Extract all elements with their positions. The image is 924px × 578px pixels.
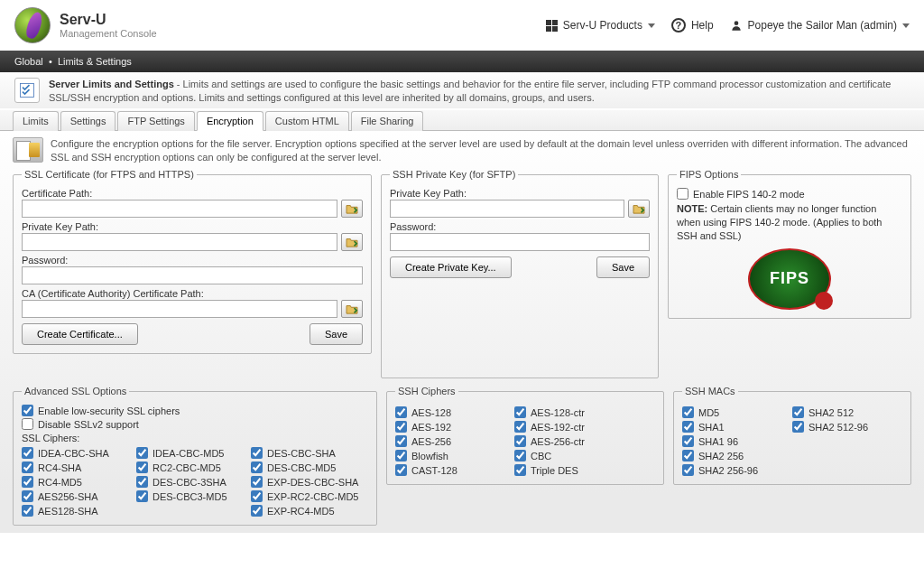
breadcrumb-page: Limits & Settings [58, 56, 132, 67]
cipher-checkbox[interactable]: Triple DES [514, 464, 623, 476]
cipher-checkbox[interactable]: DES-CBC-MD5 [251, 461, 368, 473]
tab-file-sharing[interactable]: File Sharing [351, 111, 424, 131]
cipher-checkbox[interactable]: AES-128 [395, 406, 504, 418]
cipher-checkbox[interactable]: EXP-DES-CBC-SHA [251, 476, 368, 488]
ssh-key-path-input[interactable] [390, 200, 624, 218]
cipher-checkbox[interactable]: AES-192-ctr [514, 421, 623, 433]
cipher-checkbox[interactable]: AES-256-ctr [514, 435, 623, 447]
ssl-password-input[interactable] [22, 266, 363, 284]
cipher-checkbox[interactable]: EXP-RC2-CBC-MD5 [251, 490, 368, 502]
user-label: Popeye the Sailor Man (admin) [748, 19, 897, 32]
tab-ftp-settings[interactable]: FTP Settings [117, 111, 194, 131]
ssl-key-path-label: Private Key Path: [22, 221, 363, 232]
browse-ssh-key-button[interactable] [628, 200, 650, 218]
browse-ca-button[interactable] [341, 300, 363, 318]
app-subtitle: Management Console [60, 28, 157, 39]
cipher-checkbox[interactable]: EXP-RC4-MD5 [251, 505, 368, 517]
encryption-description: Configure the encryption options for the… [51, 137, 911, 164]
cipher-checkbox[interactable]: SHA2 256 [682, 450, 781, 461]
create-private-key-button[interactable]: Create Private Key... [390, 256, 512, 278]
help-link[interactable]: ? Help [671, 18, 714, 33]
cipher-checkbox[interactable]: RC2-CBC-MD5 [136, 461, 240, 473]
ssh-password-label: Password: [390, 221, 650, 232]
breadcrumb: Global • Limits & Settings [0, 51, 924, 72]
section-icon [14, 78, 40, 103]
cipher-checkbox[interactable]: RC4-SHA [22, 461, 125, 473]
caret-down-icon [902, 23, 910, 28]
products-label: Serv-U Products [563, 19, 642, 32]
cipher-checkbox[interactable]: MD5 [682, 406, 781, 418]
tab-limits[interactable]: Limits [13, 111, 59, 131]
cipher-checkbox[interactable]: AES128-SHA [22, 505, 125, 517]
ca-path-input[interactable] [22, 300, 337, 318]
svg-rect-1 [21, 84, 34, 98]
ssl-password-label: Password: [22, 255, 363, 266]
cipher-checkbox[interactable]: Blowfish [395, 450, 504, 461]
cert-path-label: Certificate Path: [22, 188, 363, 199]
ssh-macs-panel: SSH MACs MD5SHA1SHA1 96SHA2 256SHA2 256-… [673, 386, 911, 485]
cipher-checkbox[interactable]: DES-CBC-SHA [251, 447, 368, 459]
cipher-checkbox[interactable]: SHA2 256-96 [682, 464, 781, 476]
fips-badge-icon: FIPS [748, 248, 831, 310]
user-menu[interactable]: Popeye the Sailor Man (admin) [730, 19, 910, 32]
tabs: Limits Settings FTP Settings Encryption … [0, 110, 924, 131]
fips-options-panel: FIPS Options Enable FIPS 140-2 mode NOTE… [668, 169, 911, 319]
enable-low-security-checkbox[interactable]: Enable low-security SSL ciphers [22, 405, 368, 416]
browse-ssl-key-button[interactable] [341, 233, 363, 251]
help-label: Help [691, 19, 714, 32]
fips-note: NOTE: Certain clients may no longer func… [677, 202, 902, 243]
ssl-key-path-input[interactable] [22, 233, 337, 251]
app-title: Serv-U [60, 12, 157, 28]
ssh-ciphers-panel: SSH Ciphers AES-128AES-192AES-256Blowfis… [386, 386, 664, 485]
cipher-checkbox[interactable]: SHA2 512-96 [792, 421, 892, 433]
cipher-checkbox[interactable]: AES-256 [395, 435, 504, 447]
ssl-certificate-panel: SSL Certificate (for FTPS and HTTPS) Cer… [13, 169, 372, 354]
section-description: Server Limits and Settings - Limits and … [49, 78, 910, 105]
cipher-checkbox[interactable]: SHA1 [682, 421, 781, 433]
cipher-checkbox[interactable]: AES256-SHA [22, 490, 125, 502]
cert-path-input[interactable] [22, 200, 337, 218]
cipher-checkbox[interactable]: AES-128-ctr [514, 406, 623, 418]
caret-down-icon [648, 23, 655, 28]
products-dropdown[interactable]: Serv-U Products [546, 19, 655, 32]
tab-custom-html[interactable]: Custom HTML [265, 111, 349, 131]
user-icon [730, 19, 743, 32]
enable-fips-checkbox[interactable]: Enable FIPS 140-2 mode [677, 188, 902, 200]
cipher-checkbox[interactable]: IDEA-CBC-MD5 [136, 447, 240, 459]
help-icon: ? [671, 18, 686, 33]
ca-path-label: CA (Certificate Authority) Certificate P… [22, 288, 363, 299]
disable-sslv2-checkbox[interactable]: Disable SSLv2 support [22, 418, 368, 430]
svg-point-0 [734, 21, 738, 25]
cipher-checkbox[interactable]: RC4-MD5 [22, 476, 125, 488]
cipher-checkbox[interactable]: SHA2 512 [792, 406, 892, 418]
save-ssh-button[interactable]: Save [596, 256, 650, 278]
app-logo [14, 7, 51, 43]
ssl-ciphers-label: SSL Ciphers: [22, 433, 368, 443]
browse-cert-button[interactable] [341, 200, 363, 218]
cipher-checkbox[interactable]: CAST-128 [395, 464, 504, 476]
cipher-checkbox[interactable]: DES-CBC-3SHA [136, 476, 240, 488]
ssh-private-key-panel: SSH Private Key (for SFTP) Private Key P… [381, 169, 659, 378]
encryption-icon [13, 137, 43, 163]
ssh-password-input[interactable] [390, 233, 650, 251]
save-ssl-button[interactable]: Save [310, 323, 363, 345]
ssh-key-path-label: Private Key Path: [390, 188, 650, 199]
cipher-checkbox[interactable]: AES-192 [395, 421, 504, 433]
advanced-ssl-panel: Advanced SSL Options Enable low-security… [13, 386, 377, 526]
cipher-checkbox[interactable]: CBC [514, 450, 623, 461]
cipher-checkbox[interactable]: SHA1 96 [682, 435, 781, 447]
cipher-checkbox[interactable]: IDEA-CBC-SHA [22, 447, 125, 459]
tab-settings[interactable]: Settings [60, 111, 116, 131]
create-certificate-button[interactable]: Create Certificate... [22, 323, 138, 345]
breadcrumb-global[interactable]: Global [14, 56, 43, 67]
grid-icon [546, 20, 558, 32]
cipher-checkbox[interactable]: DES-CBC3-MD5 [136, 490, 240, 502]
tab-encryption[interactable]: Encryption [197, 111, 263, 131]
